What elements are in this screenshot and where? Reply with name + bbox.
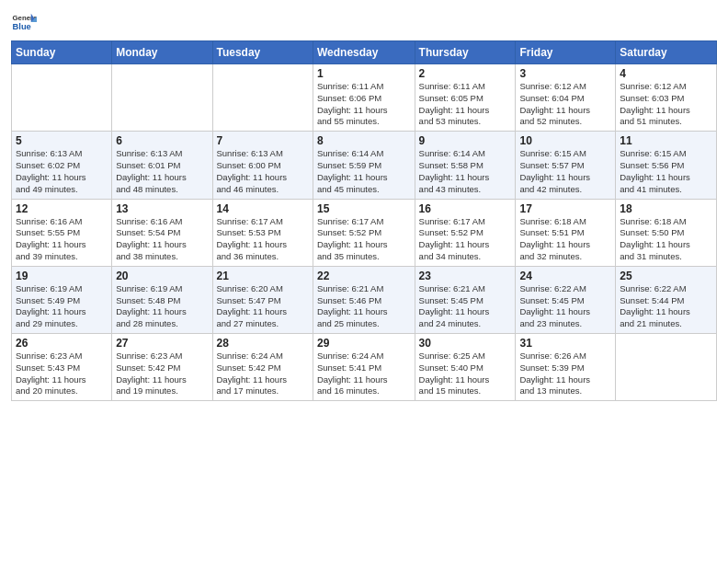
- day-number: 6: [116, 134, 208, 147]
- day-number: 12: [16, 202, 108, 215]
- day-info: Sunrise: 6:11 AM Sunset: 6:06 PM Dayligh…: [317, 81, 411, 128]
- day-info: Sunrise: 6:24 AM Sunset: 5:42 PM Dayligh…: [217, 350, 309, 397]
- day-info: Sunrise: 6:25 AM Sunset: 5:40 PM Dayligh…: [419, 350, 512, 397]
- day-info: Sunrise: 6:17 AM Sunset: 5:52 PM Dayligh…: [419, 216, 512, 263]
- day-info: Sunrise: 6:18 AM Sunset: 5:50 PM Dayligh…: [620, 216, 712, 263]
- weekday-header-wednesday: Wednesday: [313, 41, 415, 64]
- day-number: 29: [317, 337, 411, 350]
- day-info: Sunrise: 6:26 AM Sunset: 5:39 PM Dayligh…: [519, 350, 611, 397]
- day-number: 24: [519, 270, 611, 282]
- day-number: 22: [317, 270, 411, 282]
- day-number: 20: [116, 270, 208, 282]
- week-row-2: 5Sunrise: 6:13 AM Sunset: 6:02 PM Daylig…: [12, 132, 717, 199]
- day-info: Sunrise: 6:23 AM Sunset: 5:43 PM Dayligh…: [16, 350, 108, 397]
- day-info: Sunrise: 6:17 AM Sunset: 5:53 PM Dayligh…: [217, 216, 309, 263]
- day-info: Sunrise: 6:16 AM Sunset: 5:54 PM Dayligh…: [116, 216, 208, 263]
- day-info: Sunrise: 6:13 AM Sunset: 6:02 PM Dayligh…: [16, 148, 108, 195]
- day-info: Sunrise: 6:13 AM Sunset: 6:01 PM Dayligh…: [116, 148, 208, 195]
- day-cell: 15Sunrise: 6:17 AM Sunset: 5:52 PM Dayli…: [313, 199, 415, 266]
- day-number: 7: [217, 134, 309, 147]
- day-number: 5: [16, 134, 108, 147]
- page: General Blue SundayMondayTuesdayWednesda…: [0, 0, 728, 563]
- week-row-3: 12Sunrise: 6:16 AM Sunset: 5:55 PM Dayli…: [12, 199, 717, 266]
- week-row-5: 26Sunrise: 6:23 AM Sunset: 5:43 PM Dayli…: [12, 334, 717, 401]
- day-info: Sunrise: 6:18 AM Sunset: 5:51 PM Dayligh…: [519, 216, 611, 263]
- day-cell: 9Sunrise: 6:14 AM Sunset: 5:58 PM Daylig…: [415, 132, 516, 199]
- weekday-header-tuesday: Tuesday: [212, 41, 313, 64]
- day-cell: 21Sunrise: 6:20 AM Sunset: 5:47 PM Dayli…: [212, 266, 313, 333]
- day-number: 30: [419, 337, 512, 350]
- day-number: 1: [317, 67, 411, 80]
- day-cell: 29Sunrise: 6:24 AM Sunset: 5:41 PM Dayli…: [313, 334, 415, 401]
- day-number: 23: [419, 270, 512, 282]
- day-cell: 25Sunrise: 6:22 AM Sunset: 5:44 PM Dayli…: [616, 266, 717, 333]
- day-info: Sunrise: 6:23 AM Sunset: 5:42 PM Dayligh…: [116, 350, 208, 397]
- day-cell: 31Sunrise: 6:26 AM Sunset: 5:39 PM Dayli…: [516, 334, 616, 401]
- weekday-header-monday: Monday: [112, 41, 212, 64]
- logo: General Blue: [11, 9, 40, 35]
- day-number: 17: [519, 202, 611, 215]
- day-info: Sunrise: 6:16 AM Sunset: 5:55 PM Dayligh…: [16, 216, 108, 263]
- day-number: 31: [519, 337, 611, 350]
- day-cell: [12, 64, 112, 132]
- day-cell: 19Sunrise: 6:19 AM Sunset: 5:49 PM Dayli…: [12, 266, 112, 333]
- day-info: Sunrise: 6:22 AM Sunset: 5:45 PM Dayligh…: [519, 283, 611, 330]
- weekday-header-thursday: Thursday: [415, 41, 516, 64]
- day-number: 4: [620, 67, 712, 80]
- day-cell: 22Sunrise: 6:21 AM Sunset: 5:46 PM Dayli…: [313, 266, 415, 333]
- day-cell: 10Sunrise: 6:15 AM Sunset: 5:57 PM Dayli…: [516, 132, 616, 199]
- day-cell: 13Sunrise: 6:16 AM Sunset: 5:54 PM Dayli…: [112, 199, 212, 266]
- day-number: 3: [519, 67, 611, 80]
- day-info: Sunrise: 6:11 AM Sunset: 6:05 PM Dayligh…: [419, 81, 512, 128]
- day-number: 21: [217, 270, 309, 282]
- day-number: 10: [519, 134, 611, 147]
- day-number: 16: [419, 202, 512, 215]
- day-cell: 6Sunrise: 6:13 AM Sunset: 6:01 PM Daylig…: [112, 132, 212, 199]
- day-info: Sunrise: 6:20 AM Sunset: 5:47 PM Dayligh…: [217, 283, 309, 330]
- day-cell: 28Sunrise: 6:24 AM Sunset: 5:42 PM Dayli…: [212, 334, 313, 401]
- day-info: Sunrise: 6:17 AM Sunset: 5:52 PM Dayligh…: [317, 216, 411, 263]
- day-cell: 16Sunrise: 6:17 AM Sunset: 5:52 PM Dayli…: [415, 199, 516, 266]
- day-info: Sunrise: 6:21 AM Sunset: 5:45 PM Dayligh…: [419, 283, 512, 330]
- day-number: 2: [419, 67, 512, 80]
- day-number: 25: [620, 270, 712, 282]
- day-cell: 18Sunrise: 6:18 AM Sunset: 5:50 PM Dayli…: [616, 199, 717, 266]
- day-number: 15: [317, 202, 411, 215]
- day-cell: 26Sunrise: 6:23 AM Sunset: 5:43 PM Dayli…: [12, 334, 112, 401]
- day-info: Sunrise: 6:12 AM Sunset: 6:04 PM Dayligh…: [519, 81, 611, 128]
- day-info: Sunrise: 6:12 AM Sunset: 6:03 PM Dayligh…: [620, 81, 712, 128]
- svg-text:Blue: Blue: [13, 22, 31, 31]
- day-number: 18: [620, 202, 712, 215]
- day-cell: 30Sunrise: 6:25 AM Sunset: 5:40 PM Dayli…: [415, 334, 516, 401]
- day-cell: 3Sunrise: 6:12 AM Sunset: 6:04 PM Daylig…: [516, 64, 616, 132]
- day-cell: 12Sunrise: 6:16 AM Sunset: 5:55 PM Dayli…: [12, 199, 112, 266]
- day-number: 8: [317, 134, 411, 147]
- day-cell: 11Sunrise: 6:15 AM Sunset: 5:56 PM Dayli…: [616, 132, 717, 199]
- day-info: Sunrise: 6:22 AM Sunset: 5:44 PM Dayligh…: [620, 283, 712, 330]
- day-cell: 14Sunrise: 6:17 AM Sunset: 5:53 PM Dayli…: [212, 199, 313, 266]
- day-number: 27: [116, 337, 208, 350]
- day-number: 9: [419, 134, 512, 147]
- day-number: 26: [16, 337, 108, 350]
- day-info: Sunrise: 6:19 AM Sunset: 5:48 PM Dayligh…: [116, 283, 208, 330]
- day-cell: 24Sunrise: 6:22 AM Sunset: 5:45 PM Dayli…: [516, 266, 616, 333]
- day-cell: 8Sunrise: 6:14 AM Sunset: 5:59 PM Daylig…: [313, 132, 415, 199]
- day-cell: 17Sunrise: 6:18 AM Sunset: 5:51 PM Dayli…: [516, 199, 616, 266]
- week-row-1: 1Sunrise: 6:11 AM Sunset: 6:06 PM Daylig…: [12, 64, 717, 132]
- day-info: Sunrise: 6:15 AM Sunset: 5:57 PM Dayligh…: [519, 148, 611, 195]
- day-cell: 1Sunrise: 6:11 AM Sunset: 6:06 PM Daylig…: [313, 64, 415, 132]
- day-cell: [112, 64, 212, 132]
- day-info: Sunrise: 6:24 AM Sunset: 5:41 PM Dayligh…: [317, 350, 411, 397]
- day-cell: 2Sunrise: 6:11 AM Sunset: 6:05 PM Daylig…: [415, 64, 516, 132]
- day-cell: 20Sunrise: 6:19 AM Sunset: 5:48 PM Dayli…: [112, 266, 212, 333]
- day-cell: 23Sunrise: 6:21 AM Sunset: 5:45 PM Dayli…: [415, 266, 516, 333]
- day-info: Sunrise: 6:14 AM Sunset: 5:59 PM Dayligh…: [317, 148, 411, 195]
- weekday-header-saturday: Saturday: [616, 41, 717, 64]
- day-cell: [212, 64, 313, 132]
- day-info: Sunrise: 6:21 AM Sunset: 5:46 PM Dayligh…: [317, 283, 411, 330]
- day-number: 28: [217, 337, 309, 350]
- day-info: Sunrise: 6:19 AM Sunset: 5:49 PM Dayligh…: [16, 283, 108, 330]
- day-number: 19: [16, 270, 108, 282]
- day-cell: 7Sunrise: 6:13 AM Sunset: 6:00 PM Daylig…: [212, 132, 313, 199]
- day-info: Sunrise: 6:14 AM Sunset: 5:58 PM Dayligh…: [419, 148, 512, 195]
